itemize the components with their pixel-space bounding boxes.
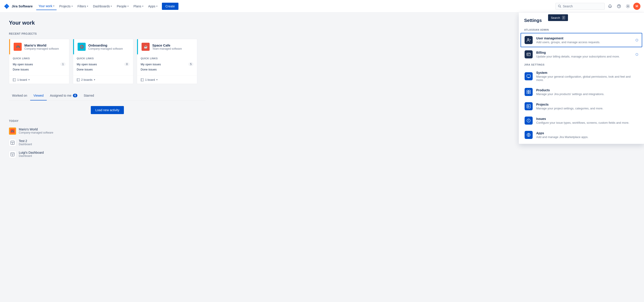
project-card-top[interactable]: ⭕ Onboarding Company-managed software bbox=[73, 39, 133, 54]
create-button[interactable]: Create bbox=[162, 3, 178, 10]
projects-icon bbox=[524, 102, 533, 110]
svg-rect-32 bbox=[529, 90, 530, 92]
settings-item-user-management[interactable]: User management Add users, groups, and m… bbox=[520, 33, 642, 47]
settings-item-text: Billing Update your billing details, man… bbox=[536, 51, 632, 58]
activity-icon-dashboard bbox=[9, 151, 16, 158]
settings-item-apps[interactable]: Apps Add and manage Jira Marketplace app… bbox=[519, 128, 644, 142]
tab-badge-assigned: 6 bbox=[73, 94, 78, 97]
help-button[interactable] bbox=[616, 3, 622, 10]
quick-link-row[interactable]: Done issues bbox=[77, 67, 130, 72]
nav-apps[interactable]: Apps ▾ bbox=[146, 3, 160, 10]
project-card-space-cafe: ☕ Space Cafe Team-managed software QUICK… bbox=[137, 39, 197, 84]
avatar[interactable]: M bbox=[633, 3, 640, 10]
list-item[interactable]: Test 2 Dashboard bbox=[9, 137, 206, 148]
quick-link-row[interactable]: My open issues 1 bbox=[13, 62, 66, 67]
chevron-down-icon: ▾ bbox=[94, 78, 95, 81]
settings-title: Settings bbox=[519, 18, 644, 26]
settings-item-products[interactable]: Products Manage your Jira products' sett… bbox=[519, 85, 644, 99]
quick-link-row[interactable]: My open issues 0 bbox=[77, 62, 130, 67]
project-card-top[interactable]: ☕ Space Cafe Team-managed software bbox=[137, 39, 197, 54]
search-shortcut-key: / bbox=[562, 16, 565, 20]
svg-point-3 bbox=[628, 6, 628, 7]
project-card-footer[interactable]: 1 board ▾ bbox=[137, 76, 197, 84]
activity-info: Test 2 Dashboard bbox=[19, 139, 206, 146]
settings-item-system[interactable]: System Manage your general configuration… bbox=[519, 68, 644, 85]
quick-link-row[interactable]: Done issues bbox=[141, 67, 194, 72]
svg-text:🎮: 🎮 bbox=[11, 130, 14, 133]
settings-item-projects[interactable]: Projects Manage your project settings, c… bbox=[519, 99, 644, 114]
notifications-button[interactable] bbox=[606, 3, 614, 10]
tab-viewed[interactable]: Viewed bbox=[30, 91, 47, 100]
quick-links-title: QUICK LINKS bbox=[13, 57, 66, 60]
quick-link-label: Done issues bbox=[77, 68, 93, 71]
search-tooltip: Search / bbox=[548, 14, 568, 21]
svg-point-24 bbox=[528, 38, 529, 40]
chevron-down-icon: ▾ bbox=[128, 5, 128, 8]
chevron-down-icon: ▾ bbox=[53, 5, 54, 7]
load-activity-button[interactable]: Load new activity bbox=[91, 106, 124, 114]
quick-link-row[interactable]: Done issues bbox=[13, 67, 66, 72]
quick-link-label: My open issues bbox=[77, 63, 97, 66]
logo[interactable]: Jira Software bbox=[4, 3, 33, 10]
board-count-label: 1 board bbox=[17, 78, 27, 82]
apps-icon bbox=[524, 131, 533, 139]
main-content: Your work Recent projects 🎮 Mario's Worl… bbox=[0, 12, 215, 167]
project-name: Mario's World bbox=[24, 44, 59, 47]
settings-item-desc: Update your billing details, manage your… bbox=[536, 55, 632, 58]
nav-your-work[interactable]: Your work ▾ bbox=[36, 2, 56, 10]
svg-rect-6 bbox=[13, 78, 16, 81]
settings-item-desc: Add and manage Jira Marketplace apps. bbox=[536, 135, 638, 139]
jira-logo-icon bbox=[4, 3, 10, 10]
external-link-icon: ⬡ bbox=[636, 52, 638, 56]
topnav: Jira Software Your work ▾ Projects ▾ Fil… bbox=[0, 0, 644, 12]
settings-item-name: Issues bbox=[536, 117, 638, 120]
list-item[interactable]: 🎮 Mario's World Company-managed software bbox=[9, 125, 206, 137]
bell-icon bbox=[608, 4, 612, 8]
nav-projects[interactable]: Projects ▾ bbox=[57, 3, 75, 10]
svg-rect-10 bbox=[77, 78, 80, 81]
project-type: Company-managed software bbox=[88, 47, 123, 50]
settings-item-issues[interactable]: Issues Configure your issue types, workf… bbox=[519, 114, 644, 128]
nav-people[interactable]: People ▾ bbox=[114, 3, 131, 10]
project-card-footer[interactable]: 2 boards ▾ bbox=[73, 76, 133, 84]
svg-point-38 bbox=[528, 121, 529, 122]
activity-name: Luigi's Dashboard bbox=[19, 151, 206, 154]
nav-plans[interactable]: Plans ▾ bbox=[131, 3, 146, 10]
settings-item-name: System bbox=[536, 71, 638, 74]
board-icon bbox=[141, 78, 144, 82]
search-placeholder-text: Search bbox=[563, 4, 573, 8]
nav-filters[interactable]: Filters ▾ bbox=[75, 3, 90, 10]
project-card-onboarding: ⭕ Onboarding Company-managed software QU… bbox=[73, 39, 133, 84]
nav-dashboards[interactable]: Dashboards ▾ bbox=[91, 3, 114, 10]
quick-link-badge: 1 bbox=[60, 62, 66, 66]
board-count-label: 1 board bbox=[145, 78, 155, 82]
settings-item-desc: Add users, groups, and manage access req… bbox=[536, 40, 632, 44]
project-card-footer[interactable]: 1 board ▾ bbox=[9, 76, 69, 84]
list-item[interactable]: Luigi's Dashboard Dashboard bbox=[9, 148, 206, 160]
chevron-down-icon: ▾ bbox=[156, 5, 158, 8]
logo-text: Jira Software bbox=[12, 4, 33, 8]
tab-assigned-to-me[interactable]: Assigned to me 6 bbox=[47, 91, 80, 100]
activity-info: Luigi's Dashboard Dashboard bbox=[19, 151, 206, 158]
nav-right: Search M bbox=[556, 3, 640, 10]
quick-link-row[interactable]: My open issues 5 bbox=[141, 62, 194, 67]
today-section: TODAY 🎮 Mario's World Company-managed so… bbox=[9, 120, 206, 160]
svg-point-40 bbox=[528, 134, 529, 136]
tab-starred[interactable]: Starred bbox=[80, 91, 97, 100]
quick-link-label: My open issues bbox=[13, 63, 33, 66]
settings-button[interactable] bbox=[624, 3, 632, 10]
user-management-icon bbox=[524, 36, 533, 44]
settings-item-billing[interactable]: Billing Update your billing details, man… bbox=[519, 47, 644, 62]
activity-type: Company-managed software bbox=[19, 131, 206, 134]
tab-worked-on[interactable]: Worked on bbox=[9, 91, 30, 100]
issues-icon bbox=[524, 116, 533, 124]
search-input[interactable]: Search bbox=[556, 3, 605, 10]
settings-item-text: Projects Manage your project settings, c… bbox=[536, 103, 638, 110]
settings-item-desc: Configure your issue types, workflows, s… bbox=[536, 121, 638, 124]
chevron-down-icon: ▾ bbox=[28, 78, 30, 81]
settings-section-jira: JIRA SETTINGS bbox=[519, 62, 644, 68]
chevron-down-icon: ▾ bbox=[156, 78, 158, 81]
project-icon-space-cafe: ☕ bbox=[142, 43, 150, 51]
recent-projects-section: Recent projects 🎮 Mario's World Company-… bbox=[9, 32, 206, 84]
project-card-top[interactable]: 🎮 Mario's World Company-managed software bbox=[9, 39, 69, 54]
